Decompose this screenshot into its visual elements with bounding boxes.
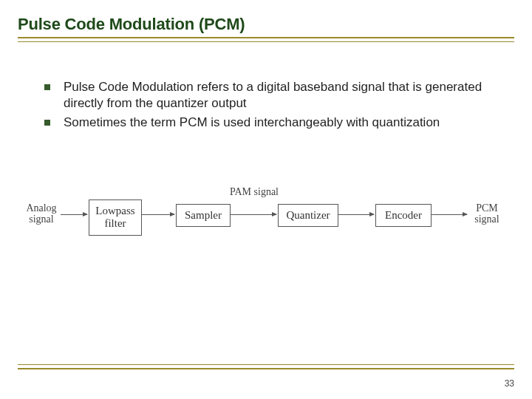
pam-signal-label: PAM signal bbox=[220, 186, 288, 197]
analog-signal-label: Analog signal bbox=[24, 202, 59, 225]
arrow-icon bbox=[338, 214, 374, 215]
bullet-text: Sometimes the term PCM is used interchan… bbox=[64, 115, 505, 131]
bullet-item: Pulse Code Modulation refers to a digita… bbox=[44, 79, 505, 112]
bullet-item: Sometimes the term PCM is used interchan… bbox=[44, 115, 505, 131]
arrow-icon bbox=[61, 214, 87, 215]
sampler-block: Sampler bbox=[176, 204, 231, 227]
bullet-list: Pulse Code Modulation refers to a digita… bbox=[18, 79, 514, 131]
title-underline bbox=[18, 37, 514, 42]
arrow-icon bbox=[142, 214, 174, 215]
slide: Pulse Code Modulation (PCM) Pulse Code M… bbox=[0, 0, 532, 399]
page-number: 33 bbox=[505, 378, 514, 389]
arrow-icon bbox=[231, 214, 276, 215]
arrow-icon bbox=[432, 214, 467, 215]
encoder-block: Encoder bbox=[375, 204, 432, 227]
lowpass-filter-block: Lowpass filter bbox=[89, 200, 142, 236]
pcm-signal-label: PCM signal bbox=[470, 202, 504, 225]
footer-rule bbox=[18, 364, 514, 369]
slide-title: Pulse Code Modulation (PCM) bbox=[18, 15, 514, 34]
bullet-marker-icon bbox=[44, 120, 50, 126]
bullet-text: Pulse Code Modulation refers to a digita… bbox=[64, 79, 505, 112]
block-diagram: Analog signal Lowpass filter Sampler PAM… bbox=[24, 170, 511, 259]
quantizer-block: Quantizer bbox=[278, 204, 338, 227]
bullet-marker-icon bbox=[44, 84, 50, 90]
